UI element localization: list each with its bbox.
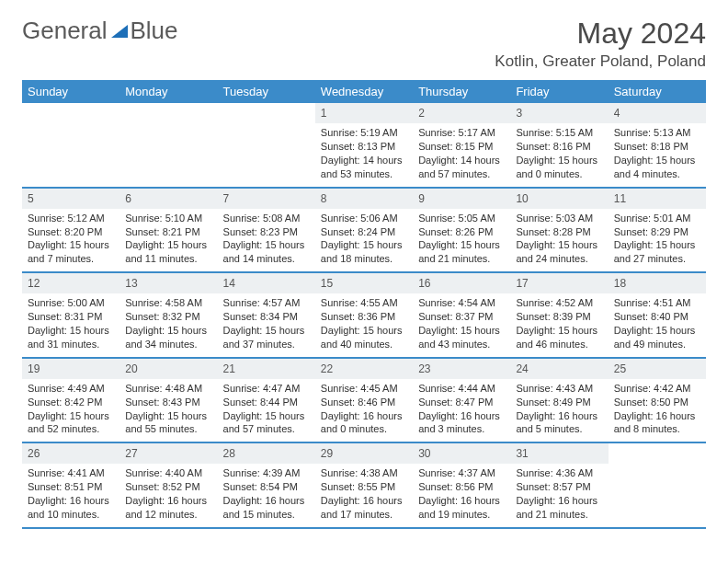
day-cell: 6Sunrise: 5:10 AMSunset: 8:21 PMDaylight…	[119, 189, 217, 272]
sunrise-line: Sunrise: 5:08 AM	[223, 212, 310, 225]
day-body: Sunrise: 4:36 AMSunset: 8:57 PMDaylight:…	[510, 464, 608, 526]
sunset-line: Sunset: 8:52 PM	[125, 480, 211, 494]
day-body: Sunrise: 5:06 AMSunset: 8:24 PMDaylight:…	[315, 209, 413, 271]
sunrise-line: Sunrise: 5:06 AM	[321, 212, 407, 225]
daylight-line: Daylight: 15 hours and 18 minutes.	[321, 238, 407, 266]
day-body: Sunrise: 5:13 AMSunset: 8:18 PMDaylight:…	[609, 123, 706, 186]
sunset-line: Sunset: 8:47 PM	[418, 396, 505, 409]
daylight-line: Daylight: 15 hours and 57 minutes.	[223, 409, 310, 437]
day-body: Sunrise: 5:08 AMSunset: 8:23 PMDaylight:…	[218, 209, 315, 271]
day-body: Sunrise: 5:17 AMSunset: 8:15 PMDaylight:…	[413, 123, 510, 186]
week-row: 12Sunrise: 5:00 AMSunset: 8:31 PMDayligh…	[22, 273, 706, 359]
day-body: Sunrise: 4:43 AMSunset: 8:49 PMDaylight:…	[510, 379, 608, 442]
sunrise-line: Sunrise: 4:48 AM	[125, 382, 211, 396]
day-cell: 14Sunrise: 4:57 AMSunset: 8:34 PMDayligh…	[218, 273, 315, 357]
brand-part1: General	[22, 17, 108, 45]
sunrise-line: Sunrise: 4:54 AM	[418, 296, 505, 310]
day-cell: 5Sunrise: 5:12 AMSunset: 8:20 PMDaylight…	[22, 189, 119, 272]
sunrise-line: Sunrise: 5:17 AM	[418, 126, 505, 140]
sunrise-line: Sunrise: 4:37 AM	[418, 466, 505, 480]
daylight-line: Daylight: 15 hours and 14 minutes.	[223, 238, 310, 266]
daylight-line: Daylight: 15 hours and 24 minutes.	[516, 238, 602, 266]
day-cell: 13Sunrise: 4:58 AMSunset: 8:32 PMDayligh…	[119, 273, 217, 357]
day-cell: 16Sunrise: 4:54 AMSunset: 8:37 PMDayligh…	[413, 273, 510, 357]
daylight-line: Daylight: 15 hours and 34 minutes.	[125, 324, 211, 351]
daylight-line: Daylight: 14 hours and 57 minutes.	[418, 154, 505, 181]
day-number: 2	[413, 103, 510, 123]
sunset-line: Sunset: 8:50 PM	[614, 396, 700, 409]
day-number: 25	[609, 359, 706, 379]
sunset-line: Sunset: 8:15 PM	[418, 140, 505, 154]
day-body: Sunrise: 4:42 AMSunset: 8:50 PMDaylight:…	[609, 379, 706, 442]
sunset-line: Sunset: 8:44 PM	[223, 396, 310, 409]
sunset-line: Sunset: 8:23 PM	[223, 225, 310, 239]
daylight-line: Daylight: 15 hours and 27 minutes.	[614, 238, 700, 266]
day-number: 4	[609, 103, 706, 123]
day-body: Sunrise: 5:05 AMSunset: 8:26 PMDaylight:…	[413, 209, 510, 271]
daylight-line: Daylight: 15 hours and 0 minutes.	[516, 154, 602, 181]
day-number: 22	[315, 359, 413, 379]
day-cell: 21Sunrise: 4:47 AMSunset: 8:44 PMDayligh…	[218, 359, 315, 442]
day-number: 3	[510, 103, 608, 123]
day-number: 16	[413, 273, 510, 293]
sunrise-line: Sunrise: 4:51 AM	[614, 296, 700, 310]
daylight-line: Daylight: 15 hours and 31 minutes.	[28, 324, 114, 351]
day-cell: 3Sunrise: 5:15 AMSunset: 8:16 PMDaylight…	[510, 103, 608, 187]
day-cell: 10Sunrise: 5:03 AMSunset: 8:28 PMDayligh…	[510, 189, 608, 272]
day-cell	[218, 103, 315, 187]
weekday-label: Thursday	[413, 80, 510, 103]
weekday-label: Sunday	[22, 80, 119, 103]
day-number: 18	[609, 273, 706, 293]
daylight-line: Daylight: 16 hours and 21 minutes.	[516, 494, 602, 522]
day-body: Sunrise: 5:01 AMSunset: 8:29 PMDaylight:…	[609, 209, 706, 271]
title-block: May 2024 Kotlin, Greater Poland, Poland	[495, 17, 706, 71]
sunset-line: Sunset: 8:20 PM	[28, 225, 114, 239]
sail-icon	[111, 25, 128, 38]
day-body: Sunrise: 4:54 AMSunset: 8:37 PMDaylight:…	[413, 293, 510, 356]
day-number: 19	[22, 359, 119, 379]
day-cell: 20Sunrise: 4:48 AMSunset: 8:43 PMDayligh…	[119, 359, 217, 442]
sunrise-line: Sunrise: 4:42 AM	[614, 382, 700, 396]
daylight-line: Daylight: 16 hours and 8 minutes.	[614, 409, 700, 437]
brand-part2: Blue	[131, 17, 178, 45]
day-body: Sunrise: 4:55 AMSunset: 8:36 PMDaylight:…	[315, 293, 413, 356]
sunset-line: Sunset: 8:37 PM	[418, 310, 505, 324]
day-cell	[119, 103, 217, 187]
weekday-label: Monday	[119, 80, 217, 103]
day-body: Sunrise: 4:41 AMSunset: 8:51 PMDaylight:…	[22, 464, 119, 526]
weekday-label: Wednesday	[315, 80, 413, 103]
day-body: Sunrise: 4:51 AMSunset: 8:40 PMDaylight:…	[609, 293, 706, 356]
sunset-line: Sunset: 8:13 PM	[321, 140, 407, 154]
sunset-line: Sunset: 8:18 PM	[614, 140, 700, 154]
day-number: 23	[413, 359, 510, 379]
day-number: 17	[510, 273, 608, 293]
sunrise-line: Sunrise: 4:43 AM	[516, 382, 602, 396]
day-cell: 29Sunrise: 4:38 AMSunset: 8:55 PMDayligh…	[315, 443, 413, 527]
day-body: Sunrise: 4:38 AMSunset: 8:55 PMDaylight:…	[315, 464, 413, 526]
sunset-line: Sunset: 8:51 PM	[28, 480, 114, 494]
day-number: 10	[510, 189, 608, 209]
daylight-line: Daylight: 15 hours and 11 minutes.	[125, 238, 211, 266]
sunset-line: Sunset: 8:29 PM	[614, 225, 700, 239]
sunset-line: Sunset: 8:57 PM	[516, 480, 602, 494]
day-body: Sunrise: 5:10 AMSunset: 8:21 PMDaylight:…	[119, 209, 217, 271]
sunset-line: Sunset: 8:31 PM	[28, 310, 114, 324]
sunset-line: Sunset: 8:54 PM	[223, 480, 310, 494]
day-cell	[22, 103, 119, 187]
sunrise-line: Sunrise: 5:13 AM	[614, 126, 700, 140]
sunset-line: Sunset: 8:56 PM	[418, 480, 505, 494]
header: GeneralBlue May 2024 Kotlin, Greater Pol…	[22, 17, 706, 71]
day-number: 30	[413, 443, 510, 464]
day-number: 5	[22, 189, 119, 209]
sunrise-line: Sunrise: 4:44 AM	[418, 382, 505, 396]
sunset-line: Sunset: 8:49 PM	[516, 396, 602, 409]
day-cell: 25Sunrise: 4:42 AMSunset: 8:50 PMDayligh…	[609, 359, 706, 442]
day-cell: 17Sunrise: 4:52 AMSunset: 8:39 PMDayligh…	[510, 273, 608, 357]
sunrise-line: Sunrise: 5:15 AM	[516, 126, 602, 140]
sunset-line: Sunset: 8:28 PM	[516, 225, 602, 239]
sunrise-line: Sunrise: 4:40 AM	[125, 466, 211, 480]
sunrise-line: Sunrise: 5:05 AM	[418, 212, 505, 225]
day-cell: 22Sunrise: 4:45 AMSunset: 8:46 PMDayligh…	[315, 359, 413, 442]
day-body: Sunrise: 4:37 AMSunset: 8:56 PMDaylight:…	[413, 464, 510, 526]
day-number: 15	[315, 273, 413, 293]
